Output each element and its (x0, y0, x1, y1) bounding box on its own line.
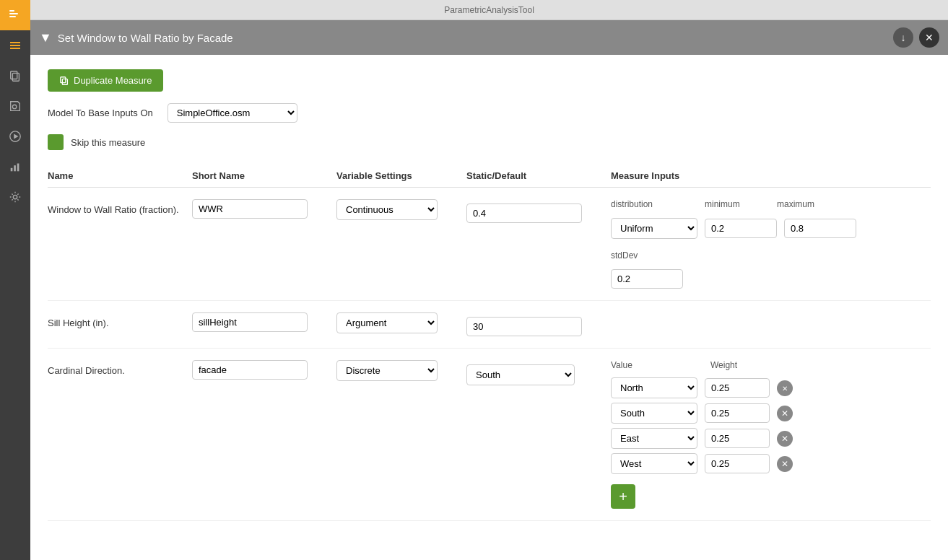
variable-select-sill[interactable]: Argument Continuous Discrete (336, 312, 438, 333)
dist-header-minimum: minimum (705, 199, 770, 209)
close-button[interactable]: ✕ (919, 27, 939, 48)
model-row: Model To Base Inputs On SimpleOffice.osm (48, 103, 931, 123)
param-static-cardinal: South North East West (466, 360, 611, 385)
sidebar-icon-settings[interactable] (0, 182, 30, 212)
cardinal-value-select-south[interactable]: South North East West (611, 403, 697, 424)
header-short-name: Short Name (192, 170, 336, 181)
measure-title: Set Window to Wall Ratio by Facade (58, 32, 233, 44)
titlebar-actions: ↓ ✕ (893, 27, 939, 48)
svg-rect-3 (12, 73, 19, 81)
cardinal-value-select-east[interactable]: East North South West (611, 428, 697, 449)
sidebar-icon-save[interactable] (0, 91, 30, 121)
cardinal-row-east: East North South West ✕ (611, 428, 931, 449)
param-shortname-cardinal (192, 360, 336, 380)
window-title: ParametricAnalysisTool (444, 5, 534, 15)
app-titlebar: ▼ Set Window to Wall Ratio by Facade ↓ ✕ (30, 20, 948, 55)
remove-west-icon: ✕ (781, 460, 788, 468)
cardinal-weight-east[interactable] (705, 429, 770, 448)
svg-point-10 (13, 195, 17, 198)
cardinal-weight-south[interactable] (705, 403, 770, 423)
sidebar-icon-play[interactable] (0, 121, 30, 152)
static-default-select-cardinal[interactable]: South North East West (466, 364, 575, 385)
sidebar-logo (0, 0, 30, 30)
svg-rect-0 (9, 10, 14, 12)
svg-rect-8 (14, 165, 16, 171)
cardinal-weight-west[interactable] (705, 454, 770, 473)
remove-cardinal-east[interactable]: ✕ (777, 431, 793, 447)
model-label: Model To Base Inputs On (48, 108, 153, 118)
param-static-sill (466, 312, 611, 336)
cardinal-row-south: South North East West ✕ (611, 403, 931, 424)
distribution-select[interactable]: Uniform Normal (611, 218, 697, 239)
skip-measure-label: Skip this measure (71, 137, 145, 148)
svg-rect-1 (9, 13, 18, 14)
static-default-input-wwr[interactable] (466, 204, 582, 223)
header-static-default: Static/Default (466, 170, 611, 181)
short-name-input-sill[interactable] (192, 312, 308, 332)
param-name-cardinal: Cardinal Direction. (48, 360, 192, 377)
dist-header-maximum: maximum (777, 199, 814, 209)
svg-rect-4 (11, 71, 17, 79)
download-button[interactable]: ↓ (893, 27, 913, 48)
variable-select-wwr[interactable]: Continuous Discrete Argument (336, 199, 438, 220)
svg-rect-2 (9, 16, 16, 17)
svg-rect-7 (11, 168, 13, 172)
svg-rect-11 (62, 79, 67, 84)
sidebar (0, 0, 30, 560)
short-name-input-wwr[interactable] (192, 199, 308, 219)
window-titlebar: ParametricAnalysisTool (30, 0, 948, 20)
header-name: Name (48, 170, 192, 181)
cardinal-header-value: Value (611, 360, 703, 370)
param-measure-cardinal: Value Weight North South East West ✕ (611, 360, 931, 509)
remove-cardinal-west[interactable]: ✕ (777, 456, 793, 472)
sidebar-icon-tools[interactable] (0, 30, 30, 61)
cardinal-row-north: North South East West ✕ (611, 377, 931, 398)
skip-measure-row: Skip this measure (48, 134, 931, 150)
table-header: Name Short Name Variable Settings Static… (48, 165, 931, 188)
checkmark-icon (51, 137, 61, 147)
remove-south-icon: ✕ (781, 409, 788, 418)
collapse-icon[interactable]: ▼ (39, 30, 52, 45)
minimum-input[interactable] (705, 219, 777, 238)
duplicate-measure-button[interactable]: Duplicate Measure (48, 69, 163, 92)
model-select[interactable]: SimpleOffice.osm (168, 103, 297, 123)
maximum-input[interactable] (784, 219, 856, 238)
variable-select-cardinal[interactable]: Discrete Continuous Argument (336, 360, 438, 381)
duplicate-label: Duplicate Measure (74, 75, 152, 86)
param-variable-sill: Argument Continuous Discrete (336, 312, 466, 333)
content-area: Duplicate Measure Model To Base Inputs O… (30, 55, 948, 560)
remove-east-icon: ✕ (781, 434, 788, 443)
sidebar-icon-chart[interactable] (0, 152, 30, 182)
remove-icon: ✕ (780, 384, 789, 393)
short-name-input-cardinal[interactable] (192, 360, 308, 380)
main-content: ParametricAnalysisTool ▼ Set Window to W… (30, 0, 948, 560)
static-default-input-sill[interactable] (466, 317, 582, 336)
param-name-sill: Sill Height (in). (48, 312, 192, 330)
stddev-label: stdDev (611, 250, 931, 261)
cardinal-weight-north[interactable] (705, 378, 770, 398)
param-variable-wwr: Continuous Discrete Argument (336, 199, 466, 220)
table-row-wwr: Window to Wall Ratio (fraction). Continu… (48, 188, 931, 301)
titlebar-left: ▼ Set Window to Wall Ratio by Facade (39, 30, 233, 45)
param-shortname-wwr (192, 199, 336, 219)
header-variable-settings: Variable Settings (336, 170, 466, 181)
skip-measure-checkbox[interactable] (48, 134, 64, 150)
remove-cardinal-north[interactable]: ✕ (777, 380, 793, 396)
svg-marker-6 (14, 134, 18, 139)
cardinal-value-select-north[interactable]: North South East West (611, 377, 697, 398)
param-name-wwr: Window to Wall Ratio (fraction). (48, 199, 192, 216)
sidebar-icon-copy[interactable] (0, 61, 30, 91)
table-row-cardinal: Cardinal Direction. Discrete Continuous … (48, 349, 931, 521)
remove-cardinal-south[interactable]: ✕ (777, 406, 793, 421)
add-cardinal-button[interactable]: + (611, 484, 635, 509)
dist-header-distribution: distribution (611, 199, 697, 209)
cardinal-value-select-west[interactable]: West North South East (611, 453, 697, 474)
param-variable-cardinal: Discrete Continuous Argument (336, 360, 466, 381)
duplicate-icon (59, 76, 69, 86)
cardinal-header-weight: Weight (710, 360, 737, 370)
param-shortname-sill (192, 312, 336, 332)
svg-rect-12 (61, 76, 66, 82)
header-measure-inputs: Measure Inputs (611, 170, 931, 181)
stddev-input[interactable] (611, 269, 683, 289)
svg-rect-9 (17, 164, 19, 172)
